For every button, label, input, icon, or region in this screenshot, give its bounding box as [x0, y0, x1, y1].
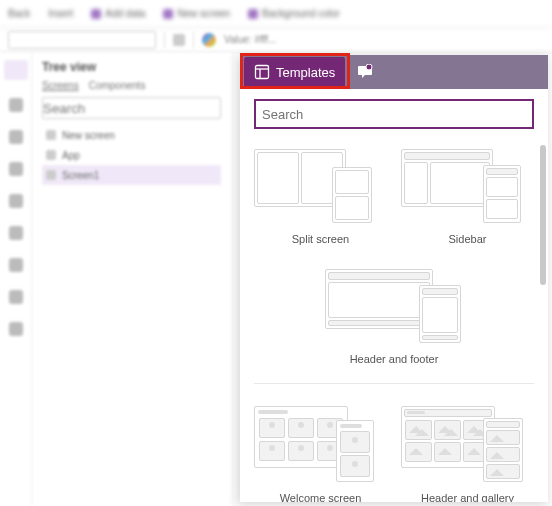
ribbon-item[interactable]: Back [8, 8, 30, 19]
templates-panel: Templates Split s [240, 55, 548, 502]
formula-hint: Value: #fff... [224, 34, 276, 45]
tree-item-screen1[interactable]: Screen1 [42, 165, 221, 185]
rail-icon[interactable] [9, 322, 23, 336]
color-swatch-icon [202, 33, 216, 47]
tree-search-input[interactable] [42, 97, 221, 119]
template-header-footer[interactable]: Header and footer [254, 263, 534, 365]
ribbon-item[interactable]: New screen [163, 8, 230, 19]
rail-icon[interactable] [9, 130, 23, 144]
copilot-chat-icon [357, 64, 373, 80]
left-rail [0, 52, 32, 506]
template-search[interactable] [254, 99, 534, 129]
template-label: Sidebar [449, 233, 487, 245]
ribbon-item[interactable]: Add data [91, 8, 145, 19]
ribbon-item[interactable]: Insert [48, 8, 73, 19]
tree-item-app[interactable]: App [42, 145, 221, 165]
tree-tab-screens[interactable]: Screens [42, 80, 79, 91]
ribbon: Back Insert Add data New screen Backgrou… [0, 0, 552, 28]
template-label: Split screen [292, 233, 349, 245]
rail-icon[interactable] [9, 258, 23, 272]
separator [254, 383, 534, 384]
template-sidebar[interactable]: Sidebar [401, 143, 534, 245]
tree-item-newscreen[interactable]: New screen [42, 125, 221, 145]
tab-templates-label: Templates [276, 65, 335, 80]
rail-tree-icon[interactable] [4, 60, 28, 80]
tab-templates[interactable]: Templates [244, 57, 345, 87]
rail-icon[interactable] [9, 226, 23, 240]
template-split-screen[interactable]: Split screen [254, 143, 387, 245]
template-label: Welcome screen [280, 492, 362, 502]
property-select[interactable] [8, 31, 156, 49]
template-label: Header and footer [350, 353, 439, 365]
panel-tabstrip: Templates [240, 55, 548, 89]
rail-icon[interactable] [9, 194, 23, 208]
tree-title: Tree view [42, 60, 221, 74]
rail-icon[interactable] [9, 162, 23, 176]
tab-copilot[interactable] [347, 57, 383, 87]
rail-icon[interactable] [9, 290, 23, 304]
template-label: Header and gallery [421, 492, 514, 502]
templates-icon [254, 64, 270, 80]
formula-bar[interactable]: Value: #fff... [0, 28, 552, 52]
tree-tab-components[interactable]: Components [89, 80, 146, 91]
svg-point-3 [366, 64, 372, 70]
panel-scrollbar[interactable] [540, 145, 546, 285]
ribbon-item[interactable]: Background color [248, 8, 340, 19]
template-welcome-screen[interactable]: Welcome screen [254, 402, 387, 502]
panel-body: Split screen Sidebar [240, 89, 548, 502]
rail-icon[interactable] [9, 98, 23, 112]
template-header-gallery[interactable]: Header and gallery [401, 402, 534, 502]
svg-rect-0 [256, 66, 269, 79]
tree-view-pane: Tree view Screens Components New screen … [32, 52, 232, 506]
fx-icon [173, 34, 185, 46]
template-search-input[interactable] [262, 107, 526, 122]
